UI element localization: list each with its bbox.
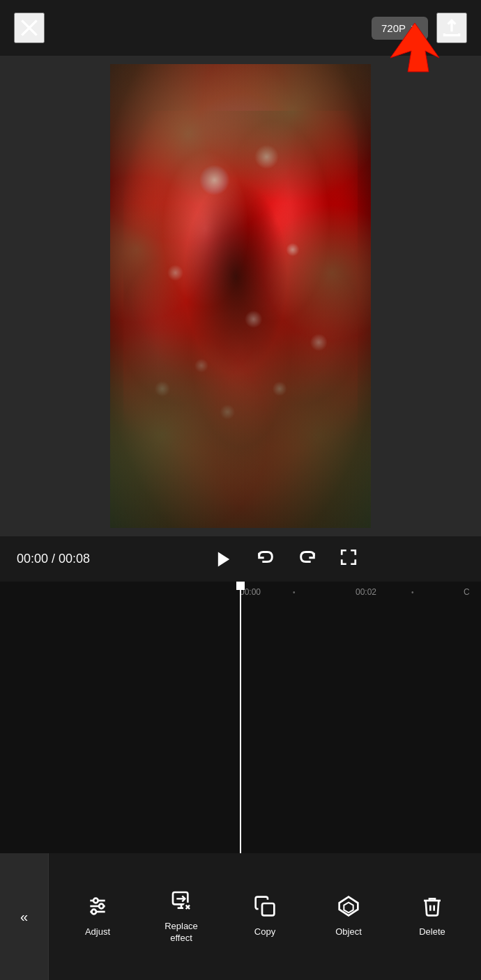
current-time: 00:00 (17, 552, 48, 566)
toolbar-item-replace-effect[interactable]: Replace effect (150, 878, 213, 956)
water-droplets (110, 64, 371, 528)
copy-label: Copy (254, 926, 275, 938)
toolbar-item-copy[interactable]: Copy (234, 884, 296, 949)
total-time: 00:08 (59, 552, 90, 566)
close-icon (18, 17, 40, 39)
undo-button[interactable] (256, 550, 275, 569)
delete-icon (421, 895, 443, 921)
svg-point-13 (91, 910, 96, 915)
toolbar-item-delete[interactable]: Delete (401, 884, 464, 949)
rose-image (110, 64, 371, 528)
svg-marker-18 (344, 903, 353, 913)
top-bar: 720P (0, 0, 481, 56)
back-icon: « (20, 909, 28, 925)
upload-icon (441, 17, 463, 39)
quality-button[interactable]: 720P (372, 17, 428, 40)
svg-marker-5 (218, 552, 229, 566)
ruler-dot-2: • (411, 589, 414, 596)
quality-label: 720P (381, 22, 406, 34)
bottom-toolbar: « Adjust (0, 853, 481, 980)
toolbar-items: Adjust Replace effect (49, 853, 481, 980)
toolbar-item-adjust[interactable]: Adjust (66, 884, 129, 949)
rose-background (110, 64, 371, 528)
replace-effect-label: Replace effect (165, 921, 198, 944)
object-label: Object (335, 926, 362, 938)
svg-point-11 (93, 899, 98, 903)
redo-icon (298, 550, 317, 569)
timeline-area: 00:00 00:02 C • • Mute clip audio Cover (0, 582, 481, 853)
export-button[interactable] (436, 13, 467, 43)
redo-button[interactable] (298, 550, 317, 569)
top-right-controls: 720P (372, 13, 467, 43)
video-preview (0, 56, 481, 536)
playback-controls (107, 548, 464, 570)
chevron-down-icon (410, 24, 418, 32)
time-sep: / (48, 552, 59, 566)
back-button[interactable]: « (0, 853, 49, 980)
fullscreen-button[interactable] (339, 548, 358, 570)
copy-icon (254, 895, 276, 921)
time-display: 00:00 / 00:08 (17, 552, 107, 566)
ruler-mark-2: C (464, 587, 470, 597)
ruler-mark-1: 00:02 (356, 587, 376, 597)
playhead-head (236, 582, 245, 590)
svg-marker-2 (411, 26, 417, 30)
fullscreen-icon (339, 548, 358, 566)
replace-effect-icon (170, 889, 192, 915)
adjust-label: Adjust (85, 926, 110, 938)
undo-icon (256, 550, 275, 569)
playhead (240, 582, 241, 853)
playback-bar: 00:00 / 00:08 (0, 536, 481, 582)
svg-rect-16 (262, 903, 274, 915)
play-icon (214, 550, 234, 569)
delete-label: Delete (419, 926, 445, 938)
object-icon (337, 895, 360, 921)
svg-point-12 (99, 904, 104, 909)
play-button[interactable] (214, 550, 234, 569)
toolbar-item-object[interactable]: Object (317, 884, 380, 949)
ruler-dot-1: • (293, 589, 296, 596)
adjust-icon (86, 895, 109, 921)
close-button[interactable] (14, 13, 45, 43)
